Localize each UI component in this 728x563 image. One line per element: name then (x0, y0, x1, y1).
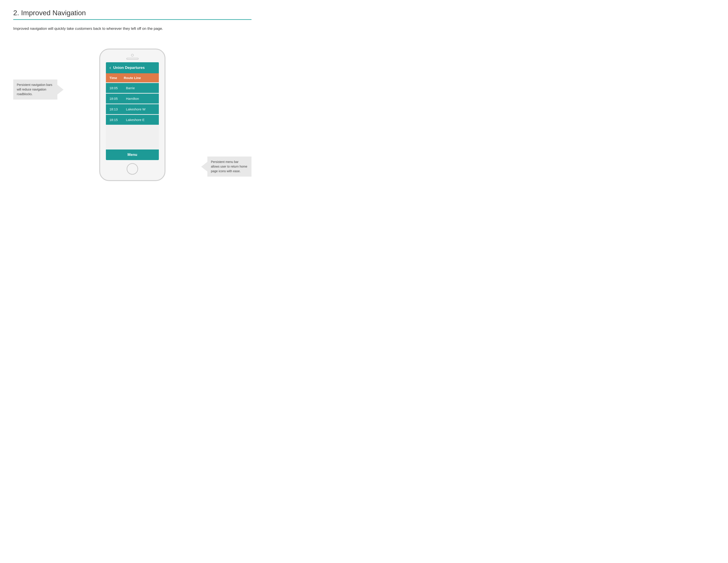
callout-right-arrow (201, 162, 207, 171)
departure-row[interactable]: 18:13 Lakeshore W (106, 104, 159, 114)
phone-container: ‹ Union Departures Time Route Line 18:05… (99, 49, 165, 181)
departure-time: 18:15 (109, 118, 124, 122)
callout-right: Persistent menu bar allows user to retur… (201, 156, 251, 177)
phone-top-decoration (126, 54, 139, 60)
col-time-header: Time (109, 76, 124, 80)
departure-row[interactable]: 18:05 Hamilton (106, 94, 159, 103)
screen-menu-bar[interactable]: Menu (106, 149, 159, 160)
departure-line: Hamilton (126, 97, 139, 100)
phone-mockup: ‹ Union Departures Time Route Line 18:05… (99, 49, 165, 181)
departure-time: 18:05 (109, 86, 124, 90)
callout-left: Persistent navigation bars will reduce n… (13, 79, 64, 100)
content-area: Persistent navigation bars will reduce n… (13, 40, 251, 190)
callout-left-arrow (57, 85, 64, 94)
back-chevron-icon[interactable]: ‹ (109, 65, 111, 70)
departure-line: Barrie (126, 86, 135, 90)
phone-screen: ‹ Union Departures Time Route Line 18:05… (106, 62, 159, 160)
screen-header: ‹ Union Departures (106, 62, 159, 73)
callout-right-box: Persistent menu bar allows user to retur… (207, 156, 251, 177)
departure-line: Lakeshore E (126, 118, 144, 122)
departure-row[interactable]: 18:05 Barrie (106, 83, 159, 93)
departure-list: 18:05 Barrie 18:05 Hamilton 18:13 Lakesh… (106, 82, 159, 149)
phone-home-button[interactable] (127, 163, 138, 175)
phone-camera (131, 54, 134, 56)
departure-time: 18:05 (109, 97, 124, 100)
column-header-row: Time Route Line (106, 73, 159, 82)
screen-header-title: Union Departures (113, 66, 145, 70)
col-route-header: Route Line (124, 76, 141, 80)
callout-left-box: Persistent navigation bars will reduce n… (13, 79, 57, 100)
title-divider (13, 19, 251, 20)
departure-line: Lakeshore W (126, 107, 145, 111)
page-description: Improved navigation will quickly take cu… (13, 26, 251, 31)
departure-row[interactable]: 18:15 Lakeshore E (106, 115, 159, 125)
phone-speaker (126, 58, 139, 60)
departure-time: 18:13 (109, 107, 124, 111)
page-title: 2. Improved Navigation (13, 9, 251, 17)
